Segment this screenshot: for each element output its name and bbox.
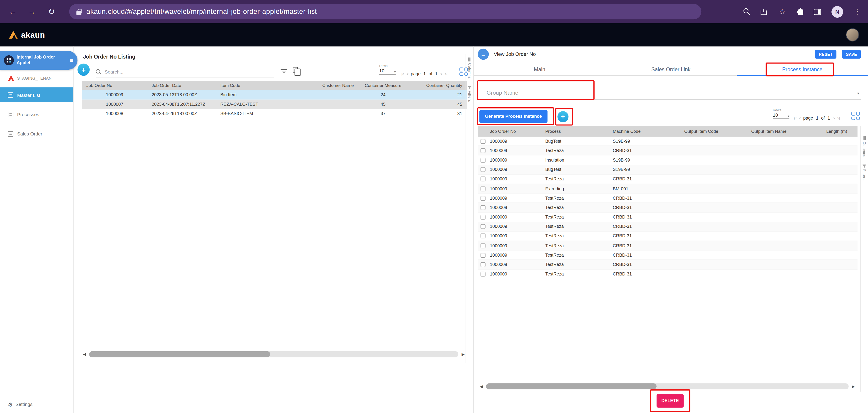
applet-menu-icon[interactable]: ≡ bbox=[70, 57, 74, 64]
process-instance-row[interactable]: 1000009ExtrudingBM-001 bbox=[478, 184, 858, 194]
row-checkbox[interactable] bbox=[480, 215, 486, 220]
browser-back-icon[interactable]: ← bbox=[8, 0, 18, 23]
process-instance-row[interactable]: 1000009BugTestS19B-99 bbox=[478, 137, 858, 146]
row-checkbox[interactable] bbox=[480, 139, 486, 144]
row-checkbox[interactable] bbox=[480, 272, 486, 277]
row-checkbox[interactable] bbox=[480, 186, 486, 191]
next-page-icon[interactable]: > bbox=[833, 116, 835, 120]
browser-forward-icon[interactable]: → bbox=[27, 0, 37, 23]
sidebar-item-sales-order[interactable]: Sales Order bbox=[0, 126, 73, 141]
zoom-icon[interactable] bbox=[744, 8, 750, 15]
row-checkbox[interactable] bbox=[480, 253, 486, 258]
sidebar-item-processes[interactable]: Processes bbox=[0, 107, 73, 122]
filter-icon[interactable] bbox=[281, 69, 287, 73]
col-output-item-name[interactable]: Output Item Name bbox=[749, 129, 816, 134]
row-checkbox[interactable] bbox=[480, 205, 486, 210]
first-page-icon[interactable]: |< bbox=[794, 116, 796, 120]
browser-reload-icon[interactable]: ↻ bbox=[46, 0, 57, 23]
address-bar[interactable]: akaun.cloud/#/applet/tnt/wavelet/mrp/int… bbox=[69, 4, 702, 19]
columns-side-tab[interactable]: Columns bbox=[468, 58, 472, 79]
columns-side-tab[interactable]: Columns bbox=[863, 136, 866, 158]
row-checkbox[interactable] bbox=[480, 234, 486, 239]
job-order-row[interactable]: 10000092023-05-13T18:00:00ZBin Item2421 bbox=[82, 90, 467, 99]
browser-profile-avatar[interactable]: N bbox=[831, 6, 843, 18]
listing-horizontal-scrollbar[interactable]: ◀ ▶ bbox=[82, 350, 466, 358]
process-instance-row[interactable]: 1000009TestRezaCRBD-31 bbox=[478, 194, 858, 203]
process-instance-row[interactable]: 1000009TestRezaCRBD-31 bbox=[478, 241, 858, 251]
row-checkbox[interactable] bbox=[480, 158, 486, 163]
tenant-selector[interactable]: STAGING_TENANT bbox=[8, 75, 54, 81]
scroll-right-icon[interactable]: ▶ bbox=[851, 384, 856, 389]
add-job-order-button[interactable]: + bbox=[78, 64, 90, 76]
next-page-icon[interactable]: > bbox=[440, 72, 442, 76]
col-item-code[interactable]: Item Code bbox=[216, 83, 285, 88]
add-process-instance-button[interactable]: + bbox=[558, 111, 569, 122]
back-button[interactable]: ← bbox=[478, 49, 489, 60]
filters-side-tab[interactable]: Filters bbox=[863, 165, 866, 181]
col-output-item-code[interactable]: Output Item Code bbox=[682, 129, 749, 134]
row-checkbox[interactable] bbox=[480, 262, 486, 267]
share-icon[interactable] bbox=[761, 9, 767, 15]
process-instance-row[interactable]: 1000009TestRezaCRBD-31 bbox=[478, 251, 858, 260]
user-avatar[interactable] bbox=[846, 28, 859, 41]
scrollbar-thumb[interactable] bbox=[89, 351, 270, 357]
scroll-left-icon[interactable]: ◀ bbox=[479, 384, 484, 389]
tab-sales-order-link[interactable]: Sales Order Link bbox=[605, 63, 737, 75]
sidebar-item-master-list[interactable]: Master List bbox=[0, 88, 73, 102]
col-container-quantity[interactable]: Container Quantity bbox=[408, 83, 466, 88]
process-instance-row[interactable]: 1000009TestRezaCRBD-31 bbox=[478, 213, 858, 222]
process-instance-row[interactable]: 1000009TestRezaCRBD-31 bbox=[478, 222, 858, 232]
tab-process-instance[interactable]: Process Instance bbox=[737, 63, 868, 75]
col-job-order-date[interactable]: Job Order Date bbox=[147, 83, 216, 88]
bookmark-star-icon[interactable]: ☆ bbox=[777, 0, 787, 23]
row-checkbox[interactable] bbox=[480, 167, 486, 172]
scrollbar-thumb[interactable] bbox=[486, 383, 656, 389]
process-instance-row[interactable]: 1000009InsulationS19B-99 bbox=[478, 156, 858, 165]
process-instance-row[interactable]: 1000009TestRezaCRBD-31 bbox=[478, 270, 858, 279]
col-machine-code[interactable]: Machine Code bbox=[611, 129, 682, 134]
last-page-icon[interactable]: >| bbox=[445, 72, 447, 76]
reset-button[interactable]: RESET bbox=[815, 50, 836, 59]
process-instance-row[interactable]: 1000009BugTestS19B-99 bbox=[478, 165, 858, 175]
search-input[interactable] bbox=[105, 69, 274, 74]
process-instance-row[interactable]: 1000009TestRezaCRBD-31 bbox=[478, 146, 858, 156]
col-customer-name[interactable]: Customer Name bbox=[285, 83, 358, 88]
extensions-icon[interactable] bbox=[798, 9, 803, 15]
last-page-icon[interactable]: >| bbox=[837, 116, 840, 120]
export-list-icon[interactable] bbox=[293, 67, 298, 73]
scroll-right-icon[interactable]: ▶ bbox=[461, 352, 466, 356]
generate-process-instance-button[interactable]: Generate Process Instance bbox=[479, 110, 547, 123]
col-job-order-no[interactable]: Job Order No bbox=[488, 129, 543, 134]
group-name-select[interactable]: Group Name ▾ bbox=[479, 81, 861, 100]
scrollbar-track[interactable] bbox=[89, 351, 458, 357]
col-container-measure[interactable]: Container Measure bbox=[358, 83, 408, 88]
delete-button[interactable]: DELETE bbox=[657, 394, 684, 408]
rows-per-page-select[interactable]: Rows 10 ▾ bbox=[773, 108, 793, 119]
process-instance-row[interactable]: 1000009TestRezaCRBD-31 bbox=[478, 260, 858, 270]
col-process[interactable]: Process bbox=[543, 129, 611, 134]
prev-page-icon[interactable]: < bbox=[799, 116, 801, 120]
process-instance-row[interactable]: 1000009TestRezaCRBD-31 bbox=[478, 203, 858, 213]
sidebar-item-settings[interactable]: ⚙ Settings bbox=[8, 402, 32, 408]
prev-page-icon[interactable]: < bbox=[406, 72, 408, 76]
process-instance-row[interactable]: 1000009TestRezaCRBD-31 bbox=[478, 232, 858, 241]
row-checkbox[interactable] bbox=[480, 148, 486, 153]
job-order-row[interactable]: 10000072023-04-08T16:07:11.227ZREZA-CALC… bbox=[82, 100, 467, 109]
col-length[interactable]: Length (m) bbox=[816, 129, 858, 134]
scrollbar-track[interactable] bbox=[486, 383, 849, 389]
filters-side-tab[interactable]: Filters bbox=[468, 86, 472, 102]
col-job-order-no[interactable]: Job Order No bbox=[82, 83, 147, 88]
job-order-row[interactable]: 10000082023-04-26T18:00:00ZSB-BASIC-ITEM… bbox=[82, 109, 467, 118]
process-horizontal-scrollbar[interactable]: ◀ ▶ bbox=[479, 382, 856, 390]
applet-switcher[interactable]: Internal Job Order Applet ≡ bbox=[0, 51, 78, 70]
row-checkbox[interactable] bbox=[480, 224, 486, 229]
process-instance-row[interactable]: 1000009TestRezaCRBD-31 bbox=[478, 175, 858, 184]
row-checkbox[interactable] bbox=[480, 243, 486, 248]
menu-kebab-icon[interactable]: ⋮ bbox=[854, 0, 858, 23]
search-field[interactable] bbox=[96, 67, 274, 78]
rows-per-page-select[interactable]: Rows 10 ▾ bbox=[379, 64, 399, 75]
first-page-icon[interactable]: |< bbox=[401, 72, 404, 76]
grid-view-icon[interactable] bbox=[851, 112, 860, 120]
tab-main[interactable]: Main bbox=[474, 63, 605, 75]
scroll-left-icon[interactable]: ◀ bbox=[82, 352, 87, 356]
